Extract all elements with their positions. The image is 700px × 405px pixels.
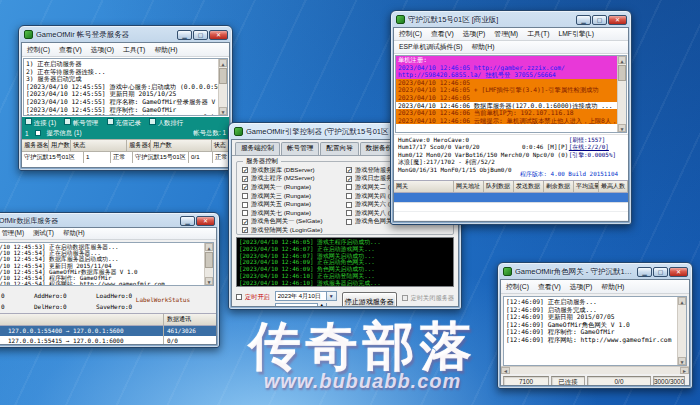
minimize-button[interactable]: ▁: [180, 216, 195, 226]
scroll-up-icon[interactable]: ▲: [678, 297, 686, 305]
gateway-row-selected[interactable]: [394, 193, 628, 203]
close-button[interactable]: ✕: [196, 216, 215, 226]
service-checkbox[interactable]: 游戏网关三 (Rungate): [242, 192, 346, 201]
scroll-thumb[interactable]: [219, 68, 227, 84]
login-titlebar[interactable]: GameOfMir 帐号登录服务器 ▁ ▢ ✕: [21, 28, 230, 42]
column-header[interactable]: 服务器名: [127, 140, 151, 151]
menu-item[interactable]: 控制(C): [506, 282, 529, 292]
minimize-button[interactable]: ▁: [177, 30, 192, 40]
tab[interactable]: 帐号管理: [281, 142, 319, 155]
tip-checkbox[interactable]: [35, 130, 41, 136]
column-header[interactable]: 平均流量: [574, 181, 599, 192]
column-header[interactable]: 状态: [71, 140, 127, 151]
db-titlebar[interactable]: GameOfMir数据库服务器 ▁ ✕: [0, 215, 217, 227]
start-time-stepper[interactable]: 00:00:00 ▲▼: [275, 303, 327, 307]
close-button[interactable]: ✕: [608, 15, 627, 25]
scrollbar[interactable]: ▲ ▼: [218, 59, 227, 115]
menu-item[interactable]: LMF引擎(L): [558, 29, 594, 39]
maximize-button[interactable]: ▢: [193, 30, 208, 40]
scroll-down-icon[interactable]: ▼: [678, 357, 686, 365]
toolbar-tab[interactable]: 充值记录: [107, 118, 141, 128]
scroll-up-icon[interactable]: ▲: [205, 243, 213, 251]
service-checkbox[interactable]: 游戏网关七 (Rungate): [242, 209, 346, 218]
toolbar-tab[interactable]: 连接 (1): [25, 118, 56, 128]
toolbar-tab[interactable]: 人数排行: [149, 118, 183, 128]
console-line: [2023/04/10 12:46:07] 正在启动游戏网关...: [239, 246, 451, 253]
column-header[interactable]: 网关地址: [454, 181, 484, 192]
column-header[interactable]: 最高人数: [599, 181, 628, 192]
close-button[interactable]: ✕: [209, 30, 228, 40]
menu-item[interactable]: 帮助(H): [471, 42, 494, 52]
menu-item[interactable]: 管理(M): [494, 29, 518, 39]
scrollbar[interactable]: ▲ ▼: [204, 243, 213, 285]
scrollbar[interactable]: ▲ ▼: [617, 56, 626, 132]
service-checkbox[interactable]: 游戏主程序 (M2Server): [242, 175, 346, 184]
column-header[interactable]: 发送数据: [514, 181, 544, 192]
menu-item[interactable]: 测试(T): [33, 229, 54, 238]
menu-item[interactable]: 控制(C): [27, 45, 50, 55]
menu-item[interactable]: 查看(V): [59, 45, 82, 55]
timer-stop-checkbox[interactable]: 定时关闭服务器: [402, 294, 454, 303]
maximize-button[interactable]: ▢: [592, 15, 607, 25]
server-table-row[interactable]: 守护沉默15号01区 1 正常 守护沉默15号01区 0/1 正常: [22, 152, 229, 163]
menu-item[interactable]: 控制(C): [399, 29, 422, 39]
tab[interactable]: 服务端控制: [235, 142, 280, 155]
horizontal-scrollbar[interactable]: ◄ ►: [501, 366, 689, 374]
column-header[interactable]: 剩余数据: [544, 181, 574, 192]
tab[interactable]: 配置向导: [320, 142, 358, 155]
tab-icon: [25, 118, 32, 125]
scrollbar[interactable]: ▲ ▼: [677, 297, 686, 365]
scroll-right-icon[interactable]: ►: [680, 367, 689, 374]
m2-titlebar[interactable]: 守护沉默15号01区 [商业版] ▁ ▢ ✕: [393, 13, 629, 27]
menu-item[interactable]: 管理(M): [2, 229, 24, 238]
service-checkbox[interactable]: 游戏角色网关一 (SelGate): [242, 218, 346, 227]
toolbar-tab[interactable]: 帐号管理: [64, 118, 98, 128]
column-header[interactable]: 网关: [394, 181, 454, 192]
checkbox-box: [242, 227, 248, 233]
log-line: [12:46:09] 更新日期 2015/07/05: [506, 313, 684, 321]
timer-checkbox[interactable]: 定时开启: [236, 293, 270, 302]
menu-item[interactable]: 帮助(H): [154, 45, 177, 55]
service-checkbox[interactable]: 游戏网关一 (Rungate): [242, 183, 346, 192]
column-header[interactable]: 用户数: [151, 140, 212, 151]
connection-row[interactable]: 127.0.0.1:55415 → 127.0.0.1:6000 0/0: [0, 336, 216, 345]
minimize-button[interactable]: ▁: [576, 15, 591, 25]
gate-titlebar[interactable]: GameOfMir角色网关 - 守护沉默15号01区 ▁ ▢ ✕: [500, 265, 690, 279]
service-checkbox[interactable]: 游戏登陆网关 (LoginGate): [242, 226, 346, 235]
menu-item[interactable]: 帮助(H): [601, 282, 624, 292]
column-header[interactable]: 队列数据: [484, 181, 514, 192]
scroll-down-icon[interactable]: ▼: [205, 277, 213, 285]
menu-item[interactable]: 工具(T): [123, 45, 145, 55]
scroll-down-icon[interactable]: ▼: [618, 124, 626, 132]
chevron-down-icon[interactable]: ▼: [326, 292, 336, 300]
service-checkbox[interactable]: 游戏网关五 (Rungate): [242, 200, 346, 209]
column-header[interactable]: 用户数: [49, 140, 71, 151]
scroll-up-icon[interactable]: ▲: [618, 56, 626, 64]
menu-item[interactable]: 选项(O): [91, 45, 114, 55]
column-header[interactable]: 状态: [212, 140, 229, 151]
column-header[interactable]: 数据通讯: [164, 314, 216, 325]
menu-item[interactable]: 查看(V): [431, 29, 454, 39]
minimize-button[interactable]: ▁: [637, 267, 652, 277]
service-checkbox[interactable]: 游戏数据库 (DBServer): [242, 166, 346, 175]
menu-item[interactable]: 工具(T): [527, 29, 549, 39]
maximize-button[interactable]: ▢: [653, 267, 668, 277]
start-date-select[interactable]: 2023年 4月10日 ▼: [275, 291, 337, 301]
column-header[interactable]: 服务器名: [22, 140, 49, 151]
connection-row[interactable]: 127.0.0.1:55400 → 127.0.0.1:5600 461/302…: [0, 326, 216, 336]
menu-item[interactable]: 查看(V): [538, 282, 561, 292]
menu-item[interactable]: 选项(P): [463, 29, 486, 39]
console-line: [2023/04/10 12:46:05] 游戏主程序启动成功...: [239, 239, 451, 246]
column-header[interactable]: 连接统计: [0, 314, 164, 325]
scroll-thumb[interactable]: [618, 65, 626, 81]
scroll-down-icon[interactable]: ▼: [219, 107, 227, 115]
scroll-up-icon[interactable]: ▲: [219, 59, 227, 67]
menu-item[interactable]: 选项(P): [570, 282, 593, 292]
scroll-left-icon[interactable]: ◄: [501, 367, 510, 374]
menu-item[interactable]: ESP单机调试插件(S): [399, 42, 462, 52]
stop-server-button[interactable]: 停止游戏服务器(T): [342, 292, 397, 307]
menu-item[interactable]: 帮助(H): [63, 229, 85, 238]
close-button[interactable]: ✕: [669, 267, 688, 277]
scroll-thumb[interactable]: [205, 252, 213, 268]
spin-up-icon[interactable]: ▲: [318, 303, 326, 307]
